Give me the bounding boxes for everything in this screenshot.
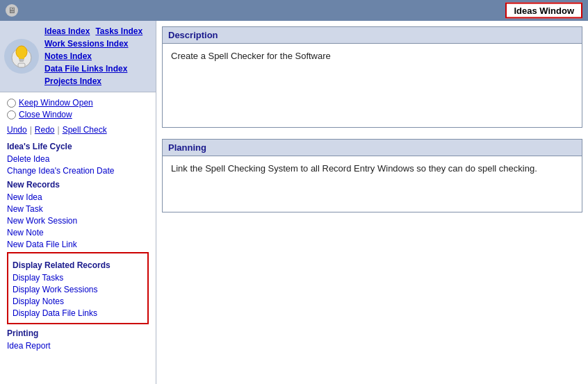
new-records-section-title: New Records <box>7 180 149 190</box>
delete-idea-link[interactable]: Delete Idea <box>7 154 149 164</box>
keep-window-open-radio[interactable]: Keep Window Open <box>7 98 149 108</box>
projects-index-link[interactable]: Projects Index <box>44 76 101 86</box>
redo-link[interactable]: Redo <box>35 125 55 135</box>
nav-links: Ideas Index Tasks Index Work Sessions In… <box>44 26 152 86</box>
new-data-file-link-link[interactable]: New Data File Link <box>7 240 149 249</box>
ideas-index-link[interactable]: Ideas Index <box>44 26 90 36</box>
description-body: Create a Spell Checker for the Software <box>163 44 582 127</box>
display-data-file-links-link[interactable]: Display Data File Links <box>13 308 143 318</box>
new-task-link[interactable]: New Task <box>7 204 149 214</box>
work-sessions-index-link[interactable]: Work Sessions Index <box>44 39 129 49</box>
display-work-sessions-link[interactable]: Display Work Sessions <box>13 285 143 294</box>
tasks-index-link[interactable]: Tasks Index <box>95 26 142 36</box>
edit-actions: Undo | Redo | Spell Check <box>7 125 149 135</box>
main-layout: Ideas Index Tasks Index Work Sessions In… <box>0 21 588 384</box>
spell-check-link[interactable]: Spell Check <box>63 125 107 135</box>
notes-index-link[interactable]: Notes Index <box>44 51 92 61</box>
idea-report-link[interactable]: Idea Report <box>7 341 149 351</box>
planning-body: Link the Spell Checking System to all Re… <box>163 156 582 212</box>
window-title: Ideas Window <box>505 3 582 19</box>
svg-rect-3 <box>19 59 24 60</box>
change-creation-date-link[interactable]: Change Idea's Creation Date <box>7 166 149 176</box>
data-file-links-index-link[interactable]: Data File Links Index <box>44 64 127 74</box>
sidebar-content: Keep Window Open Close Window Undo | Red… <box>0 92 156 384</box>
new-note-link[interactable]: New Note <box>7 228 149 237</box>
app-icon: 🖥 <box>6 4 18 17</box>
sidebar: Ideas Index Tasks Index Work Sessions In… <box>0 21 156 384</box>
close-window-radio[interactable]: Close Window <box>7 110 149 119</box>
display-notes-link[interactable]: Display Notes <box>13 297 143 306</box>
display-tasks-link[interactable]: Display Tasks <box>13 273 143 283</box>
new-idea-link[interactable]: New Idea <box>7 192 149 202</box>
title-bar: 🖥 Ideas Window <box>0 0 588 21</box>
description-section: Description Create a Spell Checker for t… <box>162 26 582 128</box>
planning-section: Planning Link the Spell Checking System … <box>162 139 582 212</box>
lifecycle-section-title: Idea's Life Cycle <box>7 142 149 151</box>
nav-header: Ideas Index Tasks Index Work Sessions In… <box>0 21 156 92</box>
divider-1: | <box>30 125 32 135</box>
new-work-session-link[interactable]: New Work Session <box>7 216 149 226</box>
divider-2: | <box>58 125 60 135</box>
printing-section-title: Printing <box>7 328 149 338</box>
description-header: Description <box>163 27 582 44</box>
svg-rect-2 <box>19 56 24 59</box>
svg-rect-5 <box>18 63 25 67</box>
display-related-title: Display Related Records <box>13 260 143 270</box>
planning-header: Planning <box>163 140 582 156</box>
window-options: Keep Window Open Close Window <box>7 98 149 119</box>
lightbulb-head-icon <box>9 42 34 70</box>
display-related-section: Display Related Records Display Tasks Di… <box>7 252 149 324</box>
content-area: Description Create a Spell Checker for t… <box>156 21 588 384</box>
logo <box>4 39 39 74</box>
undo-link[interactable]: Undo <box>7 125 27 135</box>
svg-rect-4 <box>20 60 24 62</box>
